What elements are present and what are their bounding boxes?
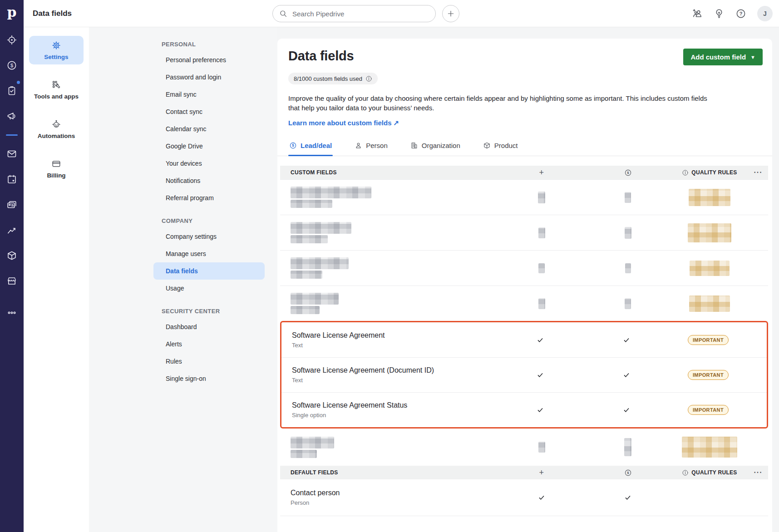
top-bar: Data fields ? J (24, 0, 779, 27)
nav-item-rules[interactable]: Rules (153, 353, 265, 370)
add-column-check[interactable] (497, 336, 583, 344)
pipedrive-logo[interactable]: p (0, 0, 24, 25)
activities-clipboard-icon[interactable] (0, 78, 24, 103)
tips-lightbulb-icon[interactable] (714, 8, 725, 19)
contacts-cards-icon[interactable] (0, 192, 24, 217)
search-bar[interactable] (272, 5, 436, 22)
sidebar-item-automations[interactable]: Automations (29, 115, 84, 143)
quality-rules-header[interactable]: QUALITY RULES (671, 469, 748, 476)
redacted-cell (538, 298, 545, 309)
redacted-badge (682, 437, 737, 458)
nav-item-your-devices[interactable]: Your devices (153, 155, 265, 172)
redacted-cell (625, 263, 631, 273)
add-column-check[interactable] (497, 371, 583, 379)
sidebar-item-settings[interactable]: Settings (29, 36, 84, 64)
nav-item-referral-program[interactable]: Referral program (153, 189, 265, 207)
nav-item-contact-sync[interactable]: Contact sync (153, 103, 265, 120)
table-row-redacted[interactable] (280, 179, 768, 215)
check-icon (623, 371, 630, 379)
table-row-software-license-agreement-document-id[interactable]: Software License Agreement (Document ID)… (281, 357, 767, 392)
header-more-options[interactable]: ··· (748, 168, 768, 177)
product-box-icon (483, 142, 491, 149)
redacted-field-type (291, 271, 322, 279)
header-more-options[interactable]: ··· (748, 468, 768, 477)
check-icon (537, 336, 544, 344)
tab-person[interactable]: Person (354, 142, 389, 156)
more-options-icon[interactable] (0, 300, 24, 325)
redacted-field-type (291, 306, 320, 314)
nav-item-notifications[interactable]: Notifications (153, 172, 265, 189)
help-icon[interactable]: ? (735, 8, 746, 19)
table-row-software-license-agreement[interactable]: Software License Agreement Text IMPORTAN… (281, 322, 767, 357)
add-custom-field-button[interactable]: Add custom field ▼ (683, 49, 763, 65)
quality-rules-header[interactable]: QUALITY RULES (671, 169, 748, 176)
svg-text:$: $ (627, 171, 629, 175)
redacted-badge (689, 296, 730, 312)
nav-item-dashboard[interactable]: Dashboard (153, 318, 265, 335)
invite-users-icon[interactable] (692, 8, 703, 19)
custom-fields-header-label: CUSTOM FIELDS (280, 169, 498, 176)
tab-organization[interactable]: Organization (409, 142, 461, 156)
nav-item-data-fields[interactable]: Data fields (153, 262, 265, 280)
sidebar-item-billing[interactable]: Billing (29, 154, 84, 183)
add-column-button[interactable]: + (498, 168, 585, 177)
redacted-cell (538, 263, 545, 273)
tab-lead-deal[interactable]: $ Lead/deal (288, 142, 333, 156)
nav-item-personal-preferences[interactable]: Personal preferences (153, 51, 265, 69)
deal-column-check[interactable] (585, 494, 671, 501)
calendar-icon[interactable] (0, 167, 24, 192)
deal-column-check[interactable] (583, 336, 670, 344)
search-icon (279, 10, 287, 18)
rail-divider (6, 134, 18, 136)
leads-target-icon[interactable] (0, 27, 24, 53)
nav-section-title: SECURITY CENTER (162, 308, 265, 315)
check-icon (537, 406, 544, 414)
search-input[interactable] (291, 10, 429, 18)
quick-add-button[interactable] (442, 5, 459, 22)
add-column-button[interactable]: + (498, 468, 585, 478)
field-name: Software License Agreement (292, 331, 497, 340)
check-icon (623, 336, 630, 344)
deal-column-check[interactable] (583, 371, 670, 379)
deals-dollar-icon[interactable]: $ (0, 53, 24, 78)
sidebar-item-label: Billing (29, 172, 84, 179)
deal-column-icon[interactable]: $ (585, 169, 671, 177)
nav-item-alerts[interactable]: Alerts (153, 335, 265, 353)
nav-item-manage-users[interactable]: Manage users (153, 245, 265, 262)
campaigns-megaphone-icon[interactable] (0, 103, 24, 129)
insights-chart-icon[interactable] (0, 217, 24, 243)
table-row-redacted[interactable] (280, 250, 768, 286)
important-badge: IMPORTANT (688, 405, 729, 415)
table-row-redacted[interactable] (280, 215, 768, 250)
redacted-cell (625, 227, 631, 239)
add-column-check[interactable] (497, 406, 583, 414)
deal-column-icon[interactable]: $ (585, 469, 671, 477)
nav-item-usage[interactable]: Usage (153, 280, 265, 297)
table-row-software-license-agreement-status[interactable]: Software License Agreement Status Single… (281, 392, 767, 427)
learn-more-link[interactable]: Learn more about custom fields ↗ (288, 119, 399, 127)
entity-tabs: $ Lead/deal Person Organization Product (277, 142, 772, 156)
nav-item-password-and-login[interactable]: Password and login (153, 69, 265, 86)
table-row-contact-person[interactable]: Contact person Person (280, 479, 768, 516)
products-box-icon[interactable] (0, 243, 24, 268)
user-avatar[interactable]: J (757, 6, 773, 21)
marketplace-store-icon[interactable] (0, 268, 24, 294)
table-row-redacted[interactable] (280, 286, 768, 321)
default-fields-header-row: DEFAULT FIELDS + $ QUALITY RULES ··· (280, 466, 768, 479)
mail-envelope-icon[interactable] (0, 141, 24, 167)
nav-item-email-sync[interactable]: Email sync (153, 86, 265, 103)
deal-column-check[interactable] (583, 406, 670, 414)
nav-item-single-sign-on[interactable]: Single sign-on (153, 370, 265, 387)
add-column-check[interactable] (498, 494, 585, 501)
credit-card-icon (51, 159, 61, 169)
page-description: Improve the quality of your data by choo… (288, 94, 715, 113)
redacted-badge (689, 189, 730, 206)
tab-product[interactable]: Product (482, 142, 519, 156)
highlight-box: Software License Agreement Text IMPORTAN… (280, 321, 768, 429)
nav-item-company-settings[interactable]: Company settings (153, 228, 265, 245)
custom-fields-usage-badge[interactable]: 8/1000 custom fields used (288, 73, 378, 84)
table-row-redacted[interactable] (280, 429, 768, 466)
nav-item-google-drive[interactable]: Google Drive (153, 138, 265, 155)
nav-item-calendar-sync[interactable]: Calendar sync (153, 120, 265, 138)
sidebar-item-tools-and-apps[interactable]: Tools and apps (29, 75, 84, 104)
